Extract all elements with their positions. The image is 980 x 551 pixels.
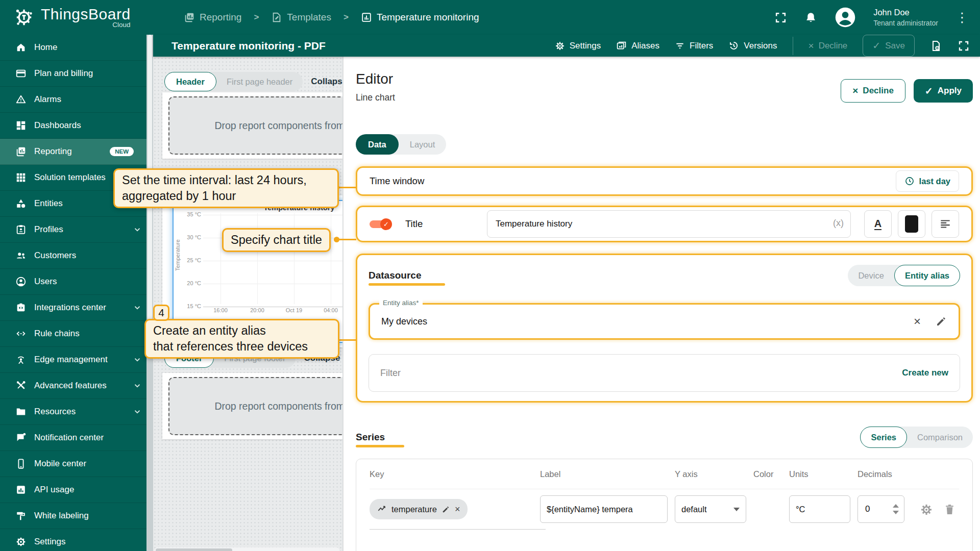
tab-data[interactable]: Data <box>356 134 399 155</box>
fullscreen-icon[interactable] <box>774 11 787 24</box>
sidebar-item-settings[interactable]: Settings <box>0 529 153 551</box>
title-color-button[interactable] <box>898 210 925 238</box>
clear-alias-icon[interactable]: × <box>914 314 921 329</box>
breadcrumb: Reporting > Templates > Temperature moni… <box>184 12 479 23</box>
toggle-series[interactable]: Series <box>860 427 907 448</box>
user-info[interactable]: John Doe Tenant administrator <box>873 7 938 28</box>
tour-connector <box>337 339 356 341</box>
sidebar-item-customers[interactable]: Customers <box>0 243 153 269</box>
versions-button[interactable]: Versions <box>728 40 777 51</box>
decimals-stepper[interactable]: 0 <box>857 495 904 523</box>
clock-icon <box>904 176 915 186</box>
delete-series-trash-icon[interactable] <box>943 503 956 516</box>
header-section-tabs: Header First page header Collapse <box>164 72 343 91</box>
sidebar-item-api-usage[interactable]: API usage <box>0 477 153 503</box>
sidebar-item-white-labeling[interactable]: White labeling <box>0 503 153 529</box>
sidebar-item-dashboards[interactable]: Dashboards <box>0 113 153 139</box>
remove-key-icon[interactable]: × <box>455 504 460 515</box>
tab-header[interactable]: Header <box>164 72 216 91</box>
create-new-filter-link[interactable]: Create new <box>902 368 948 378</box>
sidebar-item-profiles[interactable]: Profiles <box>0 217 153 243</box>
filter-label: Filter <box>380 368 401 379</box>
brand-logo[interactable]: ThingsBoard Cloud <box>12 6 154 29</box>
bar-chart-icon <box>15 484 27 495</box>
sidebar-item-resources[interactable]: Resources <box>0 399 153 425</box>
gear-icon <box>555 41 565 51</box>
reporting-icon <box>184 12 195 23</box>
filters-button[interactable]: Filters <box>675 41 713 51</box>
tour-connector <box>337 187 356 188</box>
kebab-menu-icon[interactable]: ⋮ <box>955 12 969 22</box>
time-window-button[interactable]: last day <box>896 170 959 192</box>
brand-name: ThingsBoard <box>41 7 131 22</box>
tab-first-page-header[interactable]: First page header <box>216 77 303 87</box>
chart-y-tick: 35 °C <box>177 211 201 217</box>
avatar[interactable] <box>835 7 856 28</box>
toggle-device[interactable]: Device <box>848 271 894 281</box>
time-window-label: Time window <box>370 176 424 187</box>
chart-y-tick: 20 °C <box>177 280 201 286</box>
chart-x-tick: 16:00 <box>205 307 236 313</box>
dashboard-icon <box>15 120 27 131</box>
series-table-header: Key Label Y axis Color Units Decimals <box>370 459 959 489</box>
chevron-down-icon <box>133 303 142 312</box>
toolbar-decline-button[interactable]: × Decline <box>808 40 848 52</box>
decline-button[interactable]: × Decline <box>841 79 905 103</box>
units-input[interactable] <box>789 495 850 523</box>
generate-report-icon[interactable] <box>930 40 942 52</box>
sidebar-item-users[interactable]: Users <box>0 269 153 295</box>
sidebar-item-edge-management[interactable]: Edge management <box>0 347 153 373</box>
entity-alias-value: My devices <box>381 316 914 327</box>
thingsboard-logo-icon <box>12 6 36 29</box>
apply-button[interactable]: ✓ Apply <box>914 79 973 103</box>
fx-function-icon[interactable]: (x) <box>833 218 844 229</box>
toggle-entity-alias[interactable]: Entity alias <box>894 265 960 286</box>
title-toggle[interactable]: ✓ <box>370 220 390 228</box>
title-font-settings-button[interactable]: A <box>864 210 892 238</box>
color-swatch-black <box>905 215 918 233</box>
sidebar-item-integrations-center[interactable]: Integrations center <box>0 295 153 321</box>
notifications-bell-icon[interactable] <box>804 11 817 24</box>
sidebar-item-home[interactable]: Home <box>0 35 153 61</box>
toggle-comparison[interactable]: Comparison <box>907 433 973 442</box>
series-label-input[interactable] <box>540 495 668 523</box>
collapse-button[interactable]: Collapse <box>311 77 343 87</box>
sidebar-item-alarms[interactable]: Alarms <box>0 87 153 113</box>
filter-field[interactable]: Filter Create new <box>369 354 960 392</box>
entity-alias-field[interactable]: Entity alias* My devices × <box>369 303 960 340</box>
integration-icon <box>15 302 27 313</box>
settings-button[interactable]: Settings <box>555 41 601 51</box>
gear-icon <box>15 536 27 547</box>
series-settings-gear-icon[interactable] <box>920 503 933 516</box>
id-badge-icon <box>15 224 27 235</box>
grid-icon <box>15 172 27 183</box>
sidebar-item-reporting[interactable]: Reporting NEW <box>0 139 153 165</box>
header-dropzone[interactable]: Drop report components from here <box>168 96 343 155</box>
title-input[interactable] <box>487 210 851 238</box>
code-icon <box>15 328 27 339</box>
aliases-icon <box>616 40 627 51</box>
aliases-button[interactable]: Aliases <box>616 40 659 51</box>
stepper-arrows-icon[interactable] <box>893 504 899 514</box>
series-key-chip[interactable]: temperature × <box>370 499 468 519</box>
tab-layout[interactable]: Layout <box>399 140 447 149</box>
edit-alias-pencil-icon[interactable] <box>935 315 947 328</box>
footer-dropzone[interactable]: Drop report components from here <box>168 377 343 435</box>
editor-heading: Editor <box>356 71 395 87</box>
edit-key-pencil-icon[interactable] <box>442 505 450 514</box>
sidebar-item-notification-center[interactable]: Notification center <box>0 425 153 451</box>
sidebar-item-advanced-features[interactable]: Advanced features <box>0 373 153 399</box>
canvas-horizontal-scrollbar[interactable] <box>155 547 339 551</box>
sidebar-item-plan-and-billing[interactable]: Plan and billing <box>0 61 153 87</box>
user-role: Tenant administrator <box>873 18 938 28</box>
sidebar-scrollbar[interactable] <box>146 35 153 551</box>
breadcrumb-templates[interactable]: Templates <box>271 12 331 23</box>
breadcrumb-temperature-monitoring[interactable]: Temperature monitoring <box>361 12 479 23</box>
fullscreen-icon[interactable] <box>958 40 970 52</box>
y-axis-select[interactable]: default <box>675 495 746 523</box>
sidebar-item-rule-chains[interactable]: Rule chains <box>0 321 153 347</box>
breadcrumb-reporting[interactable]: Reporting <box>184 12 241 23</box>
toolbar-save-button[interactable]: ✓ Save <box>863 35 915 57</box>
sidebar-item-mobile-center[interactable]: Mobile center <box>0 451 153 477</box>
title-align-button[interactable] <box>932 210 959 238</box>
